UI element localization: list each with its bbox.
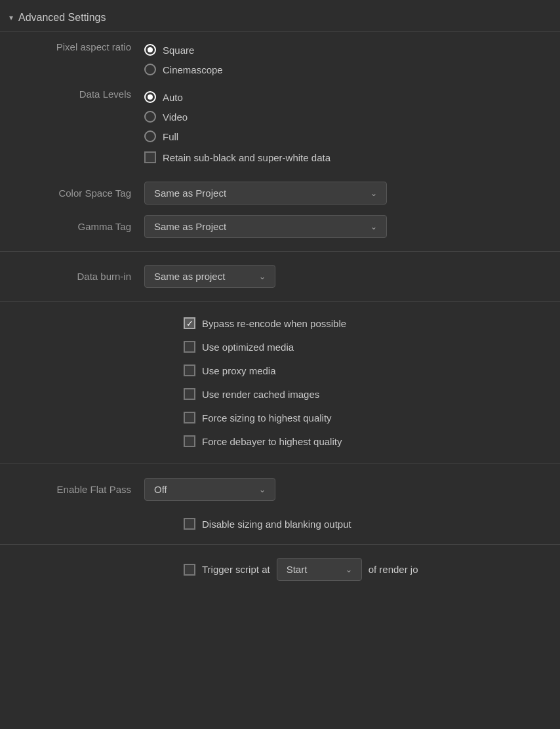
data-levels-group: Auto Video Full Retain sub-black and sup… xyxy=(144,89,330,168)
radio-cinemascope-label: Cinemascope xyxy=(163,64,223,75)
trigger-script-suffix: of render jo xyxy=(369,564,418,575)
enable-flat-pass-value: Off xyxy=(154,484,254,495)
radio-full[interactable] xyxy=(144,130,156,142)
trigger-script-row: Trigger script at Start ⌄ of render jo xyxy=(0,549,560,590)
data-levels-row: Data Levels Auto Video Full Retain sub-b… xyxy=(0,82,560,175)
enable-flat-pass-row: Enable Flat Pass Off ⌄ xyxy=(0,467,560,511)
enable-flat-pass-chevron: ⌄ xyxy=(259,485,266,494)
color-space-tag-dropdown[interactable]: Same as Project ⌄ xyxy=(144,182,387,205)
force-sizing-item[interactable]: Force sizing to highest quality xyxy=(184,406,547,429)
radio-video-label: Video xyxy=(163,111,188,123)
use-proxy-media-item[interactable]: Use proxy media xyxy=(184,359,547,382)
force-debayer-item[interactable]: Force debayer to highest quality xyxy=(184,430,547,452)
disable-sizing-checkbox[interactable] xyxy=(184,518,195,530)
use-proxy-media-checkbox[interactable] xyxy=(184,364,195,376)
trigger-script-checkbox[interactable] xyxy=(184,564,195,576)
use-optimized-media-checkbox[interactable] xyxy=(184,341,195,353)
force-debayer-label: Force debayer to highest quality xyxy=(202,436,342,447)
retain-subblack-label: Retain sub-black and super-white data xyxy=(163,152,330,163)
trigger-script-chevron: ⌄ xyxy=(346,565,352,574)
divider-2 xyxy=(0,301,560,302)
data-burnin-label: Data burn-in xyxy=(13,271,144,282)
trigger-script-dropdown[interactable]: Start ⌄ xyxy=(277,558,362,581)
gamma-tag-dropdown[interactable]: Same as Project ⌄ xyxy=(144,215,387,238)
section-title: Advanced Settings xyxy=(18,12,106,24)
color-space-tag-row: Color Space Tag Same as Project ⌄ xyxy=(0,175,560,211)
data-levels-label: Data Levels xyxy=(13,89,144,100)
use-render-cached-label: Use render cached images xyxy=(202,389,319,400)
radio-full-label: Full xyxy=(163,131,178,142)
color-space-tag-label: Color Space Tag xyxy=(13,187,144,199)
radio-item-video[interactable]: Video xyxy=(144,108,330,125)
divider-4 xyxy=(0,544,560,545)
pixel-aspect-ratio-row: Pixel aspect ratio Square Cinemascope xyxy=(0,32,560,82)
advanced-settings-panel: ▾ Advanced Settings Pixel aspect ratio S… xyxy=(0,0,560,597)
retain-subblack-checkbox[interactable] xyxy=(144,151,156,163)
radio-item-auto[interactable]: Auto xyxy=(144,89,330,106)
force-sizing-label: Force sizing to highest quality xyxy=(202,412,332,424)
trigger-script-prefix: Trigger script at xyxy=(202,564,270,575)
gamma-tag-label: Gamma Tag xyxy=(13,221,144,232)
use-optimized-media-label: Use optimized media xyxy=(202,342,294,353)
force-debayer-checkbox[interactable] xyxy=(184,435,195,447)
divider-3 xyxy=(0,463,560,463)
radio-video[interactable] xyxy=(144,111,156,123)
bypass-reencode-item[interactable]: Bypass re-encode when possible xyxy=(184,312,547,334)
color-space-tag-value: Same as Project xyxy=(154,187,365,199)
enable-flat-pass-dropdown[interactable]: Off ⌄ xyxy=(144,478,275,501)
bypass-reencode-label: Bypass re-encode when possible xyxy=(202,318,346,329)
radio-square[interactable] xyxy=(144,44,156,56)
gamma-tag-chevron: ⌄ xyxy=(370,222,377,231)
pixel-aspect-ratio-group: Square Cinemascope xyxy=(144,41,223,78)
retain-subblack-item[interactable]: Retain sub-black and super-white data xyxy=(144,148,330,168)
force-sizing-checkbox[interactable] xyxy=(184,412,195,424)
radio-auto-label: Auto xyxy=(163,92,183,103)
gamma-tag-row: Gamma Tag Same as Project ⌄ xyxy=(0,211,560,247)
use-proxy-media-label: Use proxy media xyxy=(202,365,276,376)
radio-item-square[interactable]: Square xyxy=(144,41,223,58)
use-render-cached-item[interactable]: Use render cached images xyxy=(184,383,547,405)
divider-1 xyxy=(0,251,560,252)
bypass-reencode-checkbox[interactable] xyxy=(184,317,195,329)
radio-item-full[interactable]: Full xyxy=(144,128,330,145)
enable-flat-pass-label: Enable Flat Pass xyxy=(13,484,144,495)
collapse-chevron[interactable]: ▾ xyxy=(9,13,13,22)
data-burnin-dropdown[interactable]: Same as project ⌄ xyxy=(144,265,275,288)
checkboxes-section: Bypass re-encode when possible Use optim… xyxy=(0,305,560,459)
trigger-script-value: Start xyxy=(287,564,340,575)
color-space-tag-chevron: ⌄ xyxy=(370,189,377,198)
disable-sizing-row[interactable]: Disable sizing and blanking output xyxy=(0,511,560,540)
use-optimized-media-item[interactable]: Use optimized media xyxy=(184,336,547,358)
section-header: ▾ Advanced Settings xyxy=(0,7,560,32)
disable-sizing-label: Disable sizing and blanking output xyxy=(202,519,351,530)
radio-cinemascope[interactable] xyxy=(144,64,156,75)
pixel-aspect-ratio-label: Pixel aspect ratio xyxy=(13,41,144,52)
data-burnin-chevron: ⌄ xyxy=(259,272,266,281)
radio-item-cinemascope[interactable]: Cinemascope xyxy=(144,61,223,78)
radio-square-label: Square xyxy=(163,45,194,56)
gamma-tag-value: Same as Project xyxy=(154,221,365,232)
use-render-cached-checkbox[interactable] xyxy=(184,388,195,400)
radio-auto[interactable] xyxy=(144,91,156,103)
data-burnin-row: Data burn-in Same as project ⌄ xyxy=(0,256,560,297)
data-burnin-value: Same as project xyxy=(154,271,254,282)
